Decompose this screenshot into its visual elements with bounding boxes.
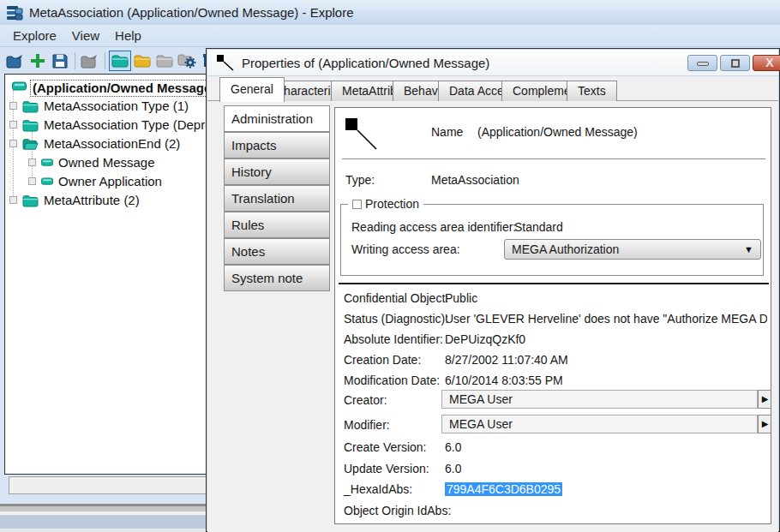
folder-gear-icon xyxy=(177,53,196,69)
tree-item[interactable]: MetaAssociation Type (1) xyxy=(5,97,207,116)
object-icon xyxy=(41,177,53,186)
creator-field[interactable]: MEGA User xyxy=(441,390,758,409)
dialog-title: Properties of (Application/Owned Message… xyxy=(242,56,489,70)
tree-item[interactable]: Owner Application xyxy=(5,172,207,191)
creator-picker-button[interactable]: ▶ xyxy=(758,390,771,409)
close-button[interactable]: X xyxy=(753,55,780,71)
plus-icon xyxy=(30,53,45,69)
side-tab-system-note[interactable]: System note xyxy=(224,265,330,291)
name-label: Name xyxy=(431,125,463,139)
explorer-tree: (Application/Owned Message) MetaAssociat… xyxy=(4,74,207,475)
update-version-label: Update Version: xyxy=(344,462,429,475)
field-label: Absolute Identifier: xyxy=(344,332,443,346)
window-title: MetaAssociation (Application/Owned Messa… xyxy=(29,5,354,20)
side-tab-impacts[interactable]: Impacts xyxy=(224,132,330,158)
dialog-titlebar[interactable]: Properties of (Application/Owned Message… xyxy=(207,50,778,75)
yellow-folder-button[interactable] xyxy=(131,51,153,71)
main-titlebar[interactable]: MetaAssociation (Application/Owned Messa… xyxy=(0,0,780,25)
tree-expander[interactable] xyxy=(9,140,17,147)
maximize-icon xyxy=(731,59,740,68)
general-panel: Name (Application/Owned Message) Type: M… xyxy=(334,107,771,524)
chevron-down-icon: ▼ xyxy=(744,240,753,259)
tree-item-label: (Application/Owned Message) xyxy=(30,80,207,97)
side-tab-history[interactable]: History xyxy=(224,158,330,185)
association-icon xyxy=(214,52,237,73)
minimize-icon xyxy=(697,62,709,66)
divider xyxy=(342,158,765,159)
app-icon xyxy=(5,3,24,22)
dialog-tabstrip: General Characteristics MetaAttribute Be… xyxy=(207,76,778,101)
tree-item[interactable]: MetaAssociationEnd (2) xyxy=(5,134,207,153)
save-button[interactable] xyxy=(49,51,71,71)
tree-item[interactable]: MetaAttribute (2) xyxy=(5,191,207,210)
tree-item-label: MetaAssociation Type (Depre xyxy=(44,117,207,133)
maximize-button[interactable] xyxy=(720,55,750,71)
close-icon: X xyxy=(765,56,773,69)
association-glyph xyxy=(342,117,380,152)
field-label: Confidential Object: xyxy=(344,291,448,305)
protection-label: Protection xyxy=(365,197,419,211)
field-value: 6/10/2014 8:03:55 PM xyxy=(445,374,563,387)
side-tab-translation[interactable]: Translation xyxy=(224,185,330,212)
tree-expander[interactable] xyxy=(9,196,17,204)
dialog-body: Administration Impacts History Translati… xyxy=(207,101,778,532)
modifier-label: Modifier: xyxy=(344,418,390,432)
name-value: (Application/Owned Message) xyxy=(477,125,638,139)
type-value: MetaAssociation xyxy=(431,173,519,187)
update-version-value: 6.0 xyxy=(445,462,461,475)
side-tab-rules-application[interactable]: Rules Application xyxy=(224,212,330,238)
properties-dialog: Properties of (Application/Owned Message… xyxy=(206,48,780,532)
writing-access-value: MEGA Authorization xyxy=(512,242,619,256)
protection-group: Protection Reading access area identifie… xyxy=(340,204,764,276)
menu-help[interactable]: Help xyxy=(107,26,149,45)
modifier-value: MEGA User xyxy=(449,417,513,431)
modifier-picker-button[interactable]: ▶ xyxy=(758,415,771,433)
arrow-right-icon: ▶ xyxy=(762,419,769,428)
tab-texts[interactable]: Texts xyxy=(567,81,617,101)
protection-checkbox[interactable] xyxy=(352,200,362,209)
tree-item-label: MetaAssociationEnd (2) xyxy=(44,136,180,152)
tree-item[interactable]: MetaAssociation Type (Depre xyxy=(5,116,207,134)
minimize-button[interactable] xyxy=(687,55,717,71)
menu-explore[interactable]: Explore xyxy=(5,26,64,45)
tree-item[interactable]: Owned Message xyxy=(5,153,207,172)
creator-value: MEGA User xyxy=(449,392,513,406)
screen: MetaAssociation (Application/Owned Messa… xyxy=(0,0,780,532)
side-tab-administration[interactable]: Administration xyxy=(224,105,330,132)
protection-legend: Protection xyxy=(348,197,423,211)
gray-folder-button[interactable] xyxy=(153,51,176,71)
create-version-value: 6.0 xyxy=(445,440,461,454)
open-model-button[interactable] xyxy=(4,51,27,71)
open-model-icon xyxy=(6,53,25,69)
field-label: Creation Date: xyxy=(344,353,421,367)
object-icon xyxy=(41,158,53,167)
open-folder-button[interactable] xyxy=(79,51,101,71)
add-object-button[interactable] xyxy=(27,51,49,71)
folder-icon xyxy=(22,119,39,132)
writing-access-label: Writing access area: xyxy=(351,242,460,256)
section-divider xyxy=(339,283,769,284)
tree-expander[interactable] xyxy=(28,177,36,185)
save-icon xyxy=(52,53,68,69)
tree-expander[interactable] xyxy=(28,158,36,166)
tree-item-label: MetaAssociation Type (1) xyxy=(44,99,189,114)
folder-settings-button[interactable] xyxy=(176,51,198,71)
side-tab-notes[interactable]: Notes xyxy=(224,238,330,265)
creator-label: Creator: xyxy=(344,393,387,407)
menu-view[interactable]: View xyxy=(64,26,107,45)
tree-item-label: MetaAttribute (2) xyxy=(44,193,140,208)
tree-expander[interactable] xyxy=(9,121,17,129)
writing-access-dropdown[interactable]: MEGA Authorization ▼ xyxy=(504,239,761,260)
field-label: Status (Diagnostic): xyxy=(344,312,448,326)
reading-access-label: Reading access area identifier: xyxy=(351,220,516,234)
current-folder-button[interactable] xyxy=(109,51,131,71)
tab-general[interactable]: General xyxy=(219,77,285,102)
yellow-folder-icon xyxy=(134,54,151,68)
modifier-field[interactable]: MEGA User xyxy=(441,415,758,433)
tree-expander[interactable] xyxy=(9,102,17,110)
menubar: Explore View Help xyxy=(0,25,780,47)
field-value: DePUizqQzKf0 xyxy=(445,332,525,346)
tree-item-root[interactable]: (Application/Owned Message) xyxy=(5,78,207,97)
open-folder-icon xyxy=(81,53,99,69)
field-value: 8/27/2002 11:07:40 AM xyxy=(445,353,568,367)
